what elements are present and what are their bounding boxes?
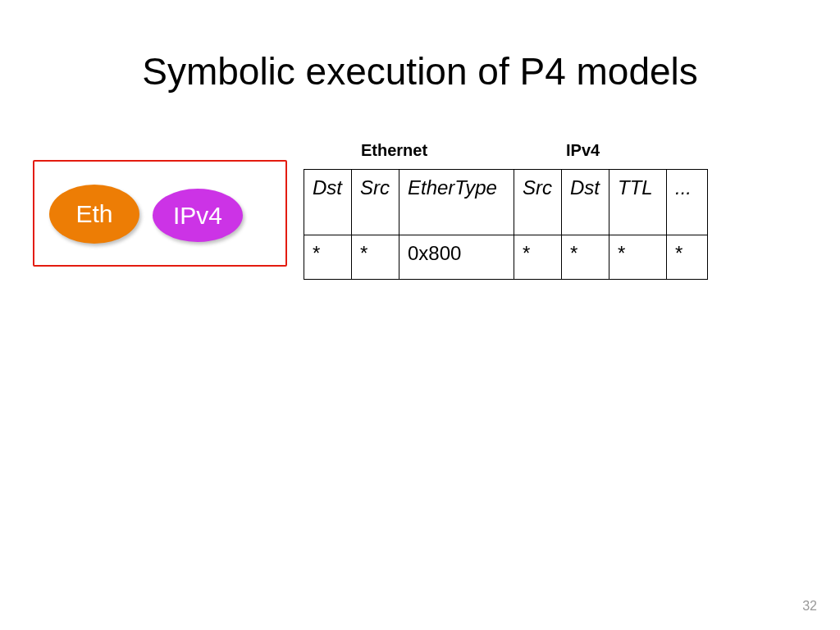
col-more: ... — [667, 170, 708, 235]
symbolic-fields-table: Dst Src EtherType Src Dst TTL ... * * 0x… — [304, 169, 708, 280]
ethernet-group-label: Ethernet — [304, 141, 513, 160]
val-ethernet-ethertype: 0x800 — [399, 235, 514, 280]
col-ipv4-ttl: TTL — [609, 170, 667, 235]
col-ipv4-src: Src — [514, 170, 562, 235]
col-ethernet-ethertype: EtherType — [399, 170, 514, 235]
col-ipv4-dst: Dst — [562, 170, 609, 235]
table-group-labels: Ethernet IPv4 — [304, 141, 804, 160]
col-ethernet-src: Src — [352, 170, 399, 235]
ipv4-group-label: IPv4 — [513, 141, 600, 160]
val-ethernet-dst: * — [304, 235, 352, 280]
val-ipv4-dst: * — [562, 235, 609, 280]
col-ethernet-dst: Dst — [304, 170, 352, 235]
table-header-row: Dst Src EtherType Src Dst TTL ... — [304, 170, 708, 235]
val-ipv4-src: * — [514, 235, 562, 280]
slide-title: Symbolic execution of P4 models — [0, 49, 840, 94]
table-value-row: * * 0x800 * * * * — [304, 235, 708, 280]
eth-oval-label: Eth — [75, 200, 112, 228]
page-number: 32 — [802, 599, 817, 614]
val-more: * — [667, 235, 708, 280]
eth-header-oval: Eth — [49, 185, 139, 244]
val-ipv4-ttl: * — [609, 235, 667, 280]
ipv4-header-oval: IPv4 — [153, 189, 243, 242]
val-ethernet-src: * — [352, 235, 399, 280]
ipv4-oval-label: IPv4 — [173, 202, 222, 230]
